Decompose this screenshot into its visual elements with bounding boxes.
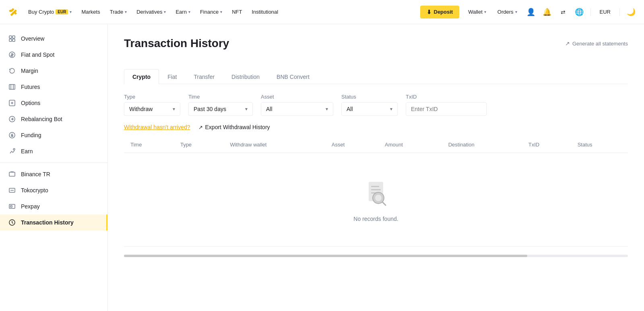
generate-statements-link[interactable]: ↗ Generate all statements [565, 40, 628, 47]
chevron-down-icon: ▾ [515, 10, 517, 14]
pexpay-icon [8, 202, 16, 210]
asset-filter: Asset All ▾ [261, 94, 333, 116]
nav-orders[interactable]: Orders ▾ [493, 6, 521, 17]
col-type: Type [174, 137, 223, 153]
tab-transfer[interactable]: Transfer [185, 69, 223, 84]
sidebar-item-transaction-history[interactable]: Transaction History [0, 214, 107, 231]
tab-crypto[interactable]: Crypto [124, 69, 159, 84]
logo[interactable] [6, 6, 19, 19]
svg-rect-3 [9, 39, 12, 41]
svg-rect-4 [12, 39, 15, 41]
main-header: Buy Crypto EUR ▾ Markets Trade ▾ Derivat… [0, 0, 644, 24]
notifications-icon[interactable]: 🔔 [541, 6, 553, 19]
nav-markets[interactable]: Markets [77, 6, 104, 17]
col-amount: Amount [378, 137, 442, 153]
transaction-table: Time Type Withdraw wallet Asset Amount D… [124, 137, 628, 247]
sidebar-item-funding[interactable]: Funding [0, 127, 107, 143]
svg-line-21 [382, 202, 386, 205]
sidebar-item-rebalancing[interactable]: Rebalancing Bot [0, 111, 107, 127]
sidebar-item-binance-tr[interactable]: Binance TR [0, 166, 107, 182]
empty-state: No records found. [124, 153, 628, 246]
refresh-icon [8, 67, 16, 75]
svg-point-20 [375, 195, 382, 201]
grid-icon [8, 35, 16, 43]
asset-select[interactable]: All ▾ [261, 102, 333, 116]
export-withdrawal-button[interactable]: ↗ Export Withdrawal History [198, 124, 270, 130]
svg-rect-11 [9, 172, 15, 176]
funding-icon [8, 131, 16, 139]
globe-icon[interactable]: 🌐 [573, 6, 586, 19]
currency-selector[interactable]: EUR [596, 6, 615, 17]
chevron-down-icon: ▾ [125, 10, 127, 14]
empty-message: No records found. [353, 216, 398, 222]
txid-input[interactable] [406, 102, 487, 116]
nav-wallet[interactable]: Wallet ▾ [464, 6, 490, 17]
tab-bnb-convert[interactable]: BNB Convert [268, 69, 318, 84]
sidebar-item-options[interactable]: Options [0, 95, 107, 111]
chevron-down-icon: ▾ [164, 10, 166, 14]
sidebar-item-margin[interactable]: Margin [0, 63, 107, 79]
rebalance-icon [8, 115, 16, 123]
type-filter: Type Withdraw ▾ [124, 94, 180, 116]
status-filter: Status All ▾ [341, 94, 398, 116]
header-right: Wallet ▾ Orders ▾ 👤 🔔 ⇄ 🌐 EUR 🌙 [464, 6, 638, 19]
nav-institutional[interactable]: Institutional [248, 6, 282, 17]
col-withdraw-wallet: Withdraw wallet [223, 137, 325, 153]
chevron-down-icon: ▾ [390, 106, 392, 112]
sidebar-item-futures[interactable]: Futures [0, 79, 107, 95]
withdrawal-not-arrived-link[interactable]: Withdrawal hasn't arrived? [124, 124, 190, 130]
options-icon [8, 99, 16, 107]
nav-earn[interactable]: Earn ▾ [171, 6, 194, 17]
filter-row: Type Withdraw ▾ Time Past 30 days ▾ Asse… [124, 94, 628, 116]
svg-point-10 [13, 148, 15, 150]
scroll-bar[interactable] [124, 255, 628, 257]
page-title: Transaction History [124, 37, 229, 50]
nav-buy-crypto[interactable]: Buy Crypto EUR ▾ [24, 6, 76, 17]
type-filter-label: Type [124, 94, 180, 100]
header-divider2 [619, 8, 620, 16]
tab-distribution[interactable]: Distribution [223, 69, 268, 84]
futures-icon [8, 83, 16, 91]
txid-filter-label: TxID [406, 94, 487, 100]
svg-rect-17 [371, 189, 381, 190]
nav-derivatives[interactable]: Derivatives ▾ [132, 6, 170, 17]
chevron-down-icon: ▾ [326, 106, 328, 112]
chevron-down-icon: ▾ [484, 10, 486, 14]
type-select[interactable]: Withdraw ▾ [124, 102, 180, 116]
time-filter-label: Time [188, 94, 253, 100]
sidebar-item-fiat-spot[interactable]: Fiat and Spot [0, 47, 107, 63]
sidebar-item-overview[interactable]: Overview [0, 31, 107, 47]
col-asset: Asset [325, 137, 378, 153]
status-select[interactable]: All ▾ [341, 102, 398, 116]
header-divider [590, 8, 591, 16]
transfer-icon[interactable]: ⇄ [557, 6, 570, 19]
chevron-down-icon: ▾ [173, 106, 175, 112]
col-txid: TxID [522, 137, 571, 153]
table-container: Time Type Withdraw wallet Asset Amount D… [124, 137, 628, 247]
svg-rect-1 [9, 36, 12, 38]
nav-nft[interactable]: NFT [228, 6, 246, 17]
tab-bar: Crypto Fiat Transfer Distribution BNB Co… [124, 69, 628, 84]
svg-rect-2 [12, 36, 15, 38]
binance-tr-icon [8, 170, 16, 178]
table-header-row: Time Type Withdraw wallet Asset Amount D… [124, 137, 628, 153]
theme-toggle-icon[interactable]: 🌙 [625, 6, 638, 19]
time-filter: Time Past 30 days ▾ [188, 94, 253, 116]
chevron-down-icon: ▾ [245, 106, 248, 112]
dollar-icon [8, 51, 16, 59]
tab-fiat[interactable]: Fiat [159, 69, 185, 84]
chevron-down-icon: ▾ [188, 10, 190, 14]
svg-rect-16 [371, 186, 379, 187]
deposit-button[interactable]: ⬇ Deposit [420, 6, 460, 19]
nav-finance[interactable]: Finance ▾ [196, 6, 226, 17]
sidebar-item-pexpay[interactable]: Pexpay [0, 198, 107, 214]
time-select[interactable]: Past 30 days ▾ [188, 102, 253, 116]
profile-icon[interactable]: 👤 [524, 6, 537, 19]
sidebar-item-tokocrypto[interactable]: Tokocrypto [0, 182, 107, 198]
export-icon: ↗ [198, 124, 203, 130]
nav-trade[interactable]: Trade ▾ [106, 6, 131, 17]
col-time: Time [124, 137, 174, 153]
history-icon [8, 218, 16, 227]
sidebar-item-earn[interactable]: Earn [0, 143, 107, 159]
page-header-row: Transaction History ↗ Generate all state… [124, 37, 628, 60]
